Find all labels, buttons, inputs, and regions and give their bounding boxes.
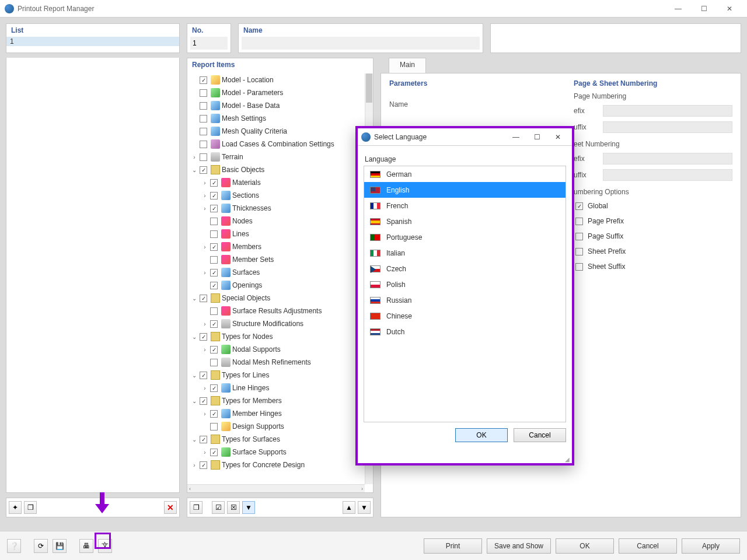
dialog-cancel-button[interactable]: Cancel	[514, 428, 566, 442]
tree-item[interactable]: ›Materials	[187, 176, 365, 189]
tree-checkbox[interactable]	[210, 384, 218, 392]
tree-item[interactable]: ⌄Types for Surfaces	[187, 433, 365, 446]
save-and-show-button[interactable]: Save and Show	[487, 538, 551, 554]
option-checkbox[interactable]	[575, 202, 583, 210]
dialog-ok-button[interactable]: OK	[455, 428, 508, 442]
list-body[interactable]	[6, 58, 180, 493]
language-item-cn[interactable]: Chinese	[364, 308, 566, 324]
tree-checkbox[interactable]	[200, 102, 207, 110]
tree-item[interactable]: Model - Parameters	[187, 86, 365, 99]
dialog-close-icon[interactable]: ✕	[547, 133, 568, 141]
tree-item[interactable]: ⌄Types for Lines	[187, 369, 365, 382]
ok-button[interactable]: OK	[556, 538, 614, 554]
tree-item[interactable]: ›Structure Modifications	[187, 317, 365, 330]
language-item-en[interactable]: English	[364, 182, 566, 198]
language-item-fr[interactable]: French	[364, 198, 566, 214]
language-item-es[interactable]: Spanish	[364, 214, 566, 229]
language-item-nl[interactable]: Dutch	[364, 324, 566, 340]
tree-checkbox[interactable]	[200, 128, 207, 135]
tree-checkbox[interactable]	[210, 205, 218, 212]
numbering-option[interactable]: Sheet Prefix	[574, 244, 732, 259]
tree-checkbox[interactable]	[210, 192, 218, 200]
language-item-ru[interactable]: Russian	[364, 292, 566, 308]
numbering-option[interactable]: Global	[574, 198, 732, 214]
tree-checkbox[interactable]	[200, 397, 207, 405]
page-suffix-input[interactable]	[603, 121, 732, 133]
tree-item[interactable]: ›Surfaces	[187, 266, 365, 279]
dialog-resizer-icon[interactable]: ◢	[565, 456, 571, 462]
tree-item[interactable]: ›Thicknesses	[187, 202, 365, 215]
tree-checkbox[interactable]	[200, 295, 207, 302]
tree-item[interactable]: Nodes	[187, 215, 365, 228]
print-settings-icon[interactable]: 🖶	[79, 539, 93, 553]
tree-item[interactable]: ⌄Types for Nodes	[187, 330, 365, 343]
page-prefix-input[interactable]	[603, 105, 732, 117]
numbering-option[interactable]: Sheet Suffix	[574, 259, 732, 274]
uncheck-all-icon[interactable]: ☒	[227, 501, 240, 514]
tree-item[interactable]: ›Surface Supports	[187, 446, 365, 459]
save-icon[interactable]: 💾	[53, 539, 67, 553]
tree-checkbox[interactable]	[210, 256, 218, 264]
tree-checkbox[interactable]	[210, 307, 218, 315]
duplicate-report-icon[interactable]: ❐	[24, 501, 37, 514]
tree-item[interactable]: ⌄Basic Objects	[187, 163, 365, 176]
new-report-icon[interactable]: ✦	[9, 501, 22, 514]
tree-checkbox[interactable]	[200, 141, 207, 148]
tree-item[interactable]: Design Supports	[187, 420, 365, 433]
tree-checkbox[interactable]	[210, 359, 218, 366]
tree-item[interactable]: ›Member Hinges	[187, 407, 365, 420]
tree-item[interactable]: Lines	[187, 228, 365, 240]
tree-item[interactable]: Openings	[187, 279, 365, 292]
name-input[interactable]	[242, 37, 480, 50]
tree-item[interactable]: Load Cases & Combination Settings	[187, 138, 365, 150]
tree-checkbox[interactable]	[210, 449, 218, 456]
tree-checkbox[interactable]	[210, 320, 218, 328]
report-items-tree[interactable]: Model - LocationModel - ParametersModel …	[187, 74, 365, 484]
option-checkbox[interactable]	[575, 248, 583, 256]
sheet-prefix-input[interactable]	[603, 153, 732, 164]
tree-checkbox[interactable]	[200, 333, 207, 341]
tree-checkbox[interactable]	[200, 372, 207, 379]
language-item-pt[interactable]: Portuguese	[364, 229, 566, 245]
close-button[interactable]: ✕	[717, 1, 742, 17]
tree-item[interactable]: ⌄Types for Members	[187, 394, 365, 407]
move-up-icon[interactable]: ▲	[343, 501, 355, 514]
tree-checkbox[interactable]	[210, 218, 218, 225]
tree-item[interactable]: Surface Results Adjustments	[187, 304, 365, 317]
tree-item[interactable]: ›Nodal Supports	[187, 343, 365, 356]
filter-icon[interactable]: ▼	[242, 501, 255, 514]
move-down-icon[interactable]: ▼	[358, 501, 371, 514]
apply-button[interactable]: Apply	[682, 538, 740, 554]
tree-checkbox[interactable]	[210, 346, 218, 354]
dialog-maximize-icon[interactable]: ☐	[526, 133, 547, 141]
tree-checkbox[interactable]	[210, 269, 218, 276]
tree-item[interactable]: ›Terrain	[187, 150, 365, 163]
print-button[interactable]: Print	[424, 538, 482, 554]
tree-item[interactable]: ›Members	[187, 240, 365, 253]
language-item-de[interactable]: German	[364, 166, 566, 182]
tree-checkbox[interactable]	[210, 230, 218, 238]
sheet-suffix-input[interactable]	[603, 169, 732, 181]
numbering-option[interactable]: Page Suffix	[574, 229, 732, 244]
tree-item[interactable]: Member Sets	[187, 253, 365, 266]
tree-checkbox[interactable]	[210, 243, 218, 251]
tree-item[interactable]: ›Sections	[187, 189, 365, 202]
maximize-button[interactable]: ☐	[691, 1, 717, 17]
tree-item[interactable]: Mesh Settings	[187, 112, 365, 125]
language-item-pl[interactable]: Polish	[364, 276, 566, 292]
tree-item[interactable]: Model - Base Data	[187, 99, 365, 112]
tree-checkbox[interactable]	[200, 153, 207, 161]
language-item-it[interactable]: Italian	[364, 245, 566, 261]
option-checkbox[interactable]	[575, 218, 583, 225]
cancel-button[interactable]: Cancel	[619, 538, 677, 554]
check-all-icon[interactable]: ☑	[212, 501, 225, 514]
tree-checkbox[interactable]	[200, 461, 207, 469]
minimize-button[interactable]: —	[665, 1, 691, 17]
tree-checkbox[interactable]	[200, 436, 207, 443]
tree-checkbox[interactable]	[200, 76, 207, 84]
tree-checkbox[interactable]	[200, 166, 207, 174]
tree-item[interactable]: ›Types for Concrete Design	[187, 459, 365, 471]
tree-item[interactable]: Mesh Quality Criteria	[187, 125, 365, 138]
delete-report-icon[interactable]: ✕	[164, 501, 177, 514]
tree-checkbox[interactable]	[210, 179, 218, 187]
